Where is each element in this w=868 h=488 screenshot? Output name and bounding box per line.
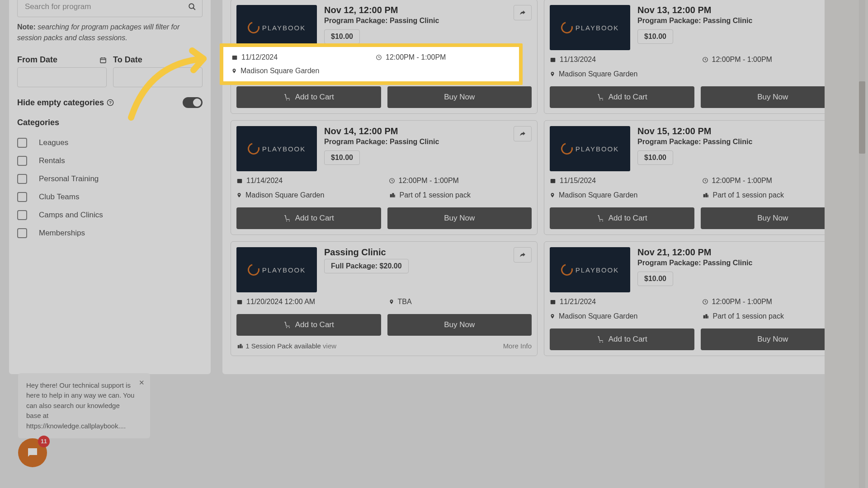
category-item[interactable]: Leagues	[17, 134, 203, 152]
svg-rect-30	[705, 193, 707, 197]
session-card: PLAYBOOK Nov 14, 12:00 PM Program Packag…	[231, 120, 538, 235]
to-date-label: To Date	[113, 55, 203, 65]
card-subtitle: Program Package: Passing Clinic	[637, 17, 845, 25]
session-thumbnail: PLAYBOOK	[236, 247, 317, 292]
full-package-badge: Full Package: $20.00	[324, 259, 409, 273]
session-card: PLAYBOOK Nov 21, 12:00 PM Program Packag…	[544, 241, 851, 356]
category-item[interactable]: Personal Training	[17, 170, 203, 188]
category-item[interactable]: Memberships	[17, 224, 203, 242]
location-icon	[389, 299, 394, 305]
card-title: Nov 21, 12:00 PM	[637, 247, 845, 258]
buy-now-button[interactable]: Buy Now	[701, 86, 845, 108]
svg-rect-42	[703, 315, 705, 319]
pack-icon	[702, 313, 709, 319]
svg-rect-6	[196, 58, 202, 63]
category-item[interactable]: Club Teams	[17, 188, 203, 206]
checkbox[interactable]	[17, 192, 27, 202]
svg-rect-27	[551, 179, 556, 183]
calendar-icon	[231, 54, 238, 61]
price-badge: $10.00	[637, 29, 673, 44]
svg-rect-47	[232, 56, 237, 60]
clock-icon	[389, 178, 395, 184]
filter-sidebar: Note: searching for program packages wil…	[9, 0, 211, 374]
close-icon[interactable]: ✕	[139, 378, 145, 388]
more-info-link[interactable]: More Info	[503, 342, 532, 350]
chat-fab[interactable]: 11	[18, 438, 47, 467]
add-to-cart-button[interactable]: Add to Cart	[550, 328, 694, 350]
help-icon[interactable]: ?	[107, 99, 114, 106]
add-to-cart-button[interactable]: Add to Cart	[236, 314, 381, 336]
card-subtitle: Program Package: Passing Clinic	[324, 17, 532, 25]
share-button[interactable]	[514, 5, 532, 20]
buy-now-button[interactable]: Buy Now	[387, 86, 532, 108]
svg-point-33	[602, 221, 603, 221]
calendar-icon	[550, 299, 556, 305]
scrollbar-thumb[interactable]	[859, 81, 865, 154]
svg-point-36	[289, 327, 290, 328]
support-bubble: ✕ Hey there! Our technical support is he…	[18, 373, 150, 439]
clock-icon	[702, 56, 708, 63]
card-subtitle: Program Package: Passing Clinic	[637, 259, 845, 267]
svg-rect-16	[551, 58, 556, 62]
svg-text:?: ?	[109, 100, 112, 105]
category-item[interactable]: Rentals	[17, 152, 203, 170]
to-date-input[interactable]	[113, 67, 203, 87]
location-icon	[550, 313, 555, 319]
card-title: Nov 14, 12:00 PM	[324, 126, 532, 136]
buy-now-button[interactable]: Buy Now	[387, 314, 532, 336]
svg-rect-50	[32, 450, 33, 452]
pack-available: 1 Session Pack available view	[236, 342, 336, 350]
svg-rect-39	[242, 346, 243, 348]
price-badge: $10.00	[637, 150, 673, 165]
svg-point-15	[289, 99, 290, 100]
svg-rect-44	[708, 316, 708, 319]
buy-now-button[interactable]: Buy Now	[387, 207, 532, 229]
search-icon[interactable]	[188, 3, 196, 11]
scrollbar-track[interactable]	[859, 0, 865, 488]
svg-rect-51	[34, 450, 36, 452]
svg-point-18	[599, 99, 600, 100]
checkbox[interactable]	[17, 138, 27, 148]
checkbox[interactable]	[17, 228, 27, 238]
price-badge: $10.00	[324, 29, 360, 44]
card-subtitle: Program Package: Passing Clinic	[324, 138, 532, 146]
svg-rect-23	[392, 193, 394, 197]
category-item[interactable]: Camps and Clinics	[17, 206, 203, 224]
clock-icon	[702, 299, 708, 305]
checkbox[interactable]	[17, 156, 27, 166]
location-icon	[550, 192, 555, 198]
search-wrap	[17, 0, 203, 17]
add-to-cart-button[interactable]: Add to Cart	[550, 86, 694, 108]
svg-point-35	[286, 327, 287, 328]
hide-empty-toggle[interactable]	[183, 97, 203, 108]
share-button[interactable]	[514, 126, 532, 141]
price-badge: $10.00	[324, 150, 360, 165]
highlight-callout: 11/12/2024 12:00PM - 1:00PM Madison Squa…	[220, 43, 523, 85]
clock-icon	[376, 54, 382, 61]
svg-rect-31	[708, 195, 708, 197]
calendar-icon	[550, 56, 556, 63]
from-date-input[interactable]	[17, 67, 107, 87]
from-date-label: From Date	[17, 55, 107, 65]
buy-now-button[interactable]: Buy Now	[701, 328, 845, 350]
svg-line-1	[193, 8, 195, 10]
session-thumbnail: PLAYBOOK	[550, 126, 630, 171]
checkbox[interactable]	[17, 210, 27, 220]
add-to-cart-button[interactable]: Add to Cart	[236, 207, 381, 229]
add-to-cart-button[interactable]: Add to Cart	[550, 207, 694, 229]
svg-point-14	[286, 99, 287, 100]
search-input[interactable]	[17, 0, 203, 17]
calendar-icon	[550, 178, 556, 184]
view-link[interactable]: view	[323, 342, 336, 350]
checkbox[interactable]	[17, 174, 27, 184]
card-title: Nov 15, 12:00 PM	[637, 126, 845, 136]
share-button[interactable]	[514, 247, 532, 263]
add-to-cart-button[interactable]: Add to Cart	[236, 86, 381, 108]
svg-point-32	[599, 221, 600, 221]
svg-rect-34	[237, 300, 242, 304]
buy-now-button[interactable]: Buy Now	[701, 207, 845, 229]
svg-point-19	[602, 99, 603, 100]
calendar-icon	[195, 56, 203, 64]
svg-point-0	[189, 4, 194, 9]
pack-icon	[389, 192, 396, 198]
